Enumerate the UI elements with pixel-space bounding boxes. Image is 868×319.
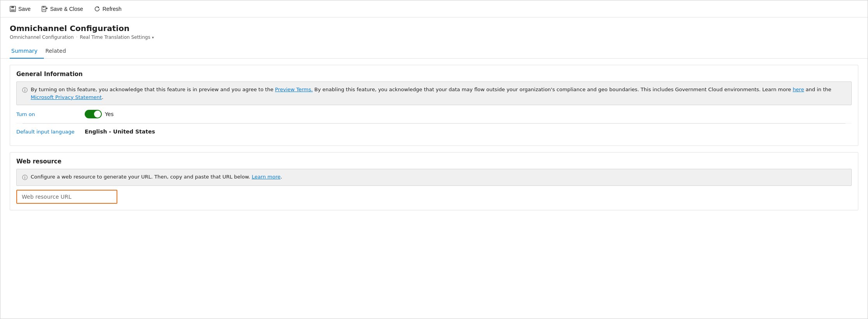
chevron-down-icon: ▾ bbox=[152, 35, 154, 40]
web-resource-url-field[interactable]: Web resource URL bbox=[16, 190, 117, 204]
turn-on-toggle[interactable] bbox=[85, 110, 102, 118]
web-resource-url-placeholder: Web resource URL bbox=[22, 194, 71, 200]
save-label: Save bbox=[18, 6, 31, 12]
svg-rect-2 bbox=[11, 9, 15, 11]
preview-terms-link[interactable]: Preview Terms. bbox=[275, 87, 313, 92]
general-info-banner: ⓘ By turning on this feature, you acknow… bbox=[16, 81, 852, 105]
save-button[interactable]: Save bbox=[5, 3, 35, 14]
toolbar: Save Save & Close Refresh bbox=[0, 0, 868, 17]
web-resource-title: Web resource bbox=[10, 153, 858, 169]
learn-more-link[interactable]: Learn more bbox=[252, 174, 281, 180]
tabs: Summary Related bbox=[0, 45, 868, 59]
general-info-text: By turning on this feature, you acknowle… bbox=[31, 86, 846, 101]
page-title: Omnichannel Configuration bbox=[10, 24, 858, 33]
tab-related[interactable]: Related bbox=[44, 45, 72, 59]
toggle-wrap: Yes bbox=[85, 110, 114, 118]
url-field-wrap: Web resource URL bbox=[16, 190, 852, 204]
breadcrumb-separator: · bbox=[76, 35, 78, 40]
breadcrumb-part2: Real Time Translation Settings ▾ bbox=[80, 35, 154, 40]
info-icon-2: ⓘ bbox=[22, 173, 28, 182]
turn-on-value: Yes bbox=[105, 111, 114, 117]
web-resource-info-banner: ⓘ Configure a web resource to generate y… bbox=[16, 169, 852, 186]
general-information-section: General Information ⓘ By turning on this… bbox=[10, 65, 858, 146]
svg-rect-4 bbox=[43, 6, 45, 8]
privacy-statement-link[interactable]: Microsoft Privacy Statement bbox=[31, 94, 102, 100]
turn-on-label: Turn on bbox=[16, 111, 78, 117]
general-information-body: ⓘ By turning on this feature, you acknow… bbox=[10, 81, 858, 146]
tab-summary[interactable]: Summary bbox=[10, 45, 44, 59]
breadcrumb: Omnichannel Configuration · Real Time Tr… bbox=[10, 35, 858, 40]
svg-rect-5 bbox=[43, 9, 45, 10]
breadcrumb-part1: Omnichannel Configuration bbox=[10, 35, 74, 40]
web-resource-section: Web resource ⓘ Configure a web resource … bbox=[10, 152, 858, 210]
refresh-label: Refresh bbox=[103, 6, 122, 12]
save-close-label: Save & Close bbox=[50, 6, 83, 12]
refresh-icon bbox=[94, 6, 100, 12]
general-information-title: General Information bbox=[10, 65, 858, 81]
web-resource-info-text: Configure a web resource to generate you… bbox=[31, 173, 282, 181]
default-language-value: English - United States bbox=[85, 128, 155, 135]
svg-rect-1 bbox=[11, 6, 14, 8]
save-icon bbox=[10, 6, 16, 12]
save-close-button[interactable]: Save & Close bbox=[37, 3, 88, 14]
default-language-row: Default input language English - United … bbox=[16, 124, 852, 139]
refresh-button[interactable]: Refresh bbox=[89, 3, 126, 14]
default-language-label: Default input language bbox=[16, 129, 78, 135]
main-content: General Information ⓘ By turning on this… bbox=[0, 59, 868, 217]
save-close-icon bbox=[42, 6, 48, 12]
page-header: Omnichannel Configuration Omnichannel Co… bbox=[0, 17, 868, 40]
web-resource-body: ⓘ Configure a web resource to generate y… bbox=[10, 169, 858, 210]
turn-on-row: Turn on Yes bbox=[16, 105, 852, 123]
info-icon: ⓘ bbox=[22, 86, 28, 94]
here-link[interactable]: here bbox=[793, 87, 804, 92]
